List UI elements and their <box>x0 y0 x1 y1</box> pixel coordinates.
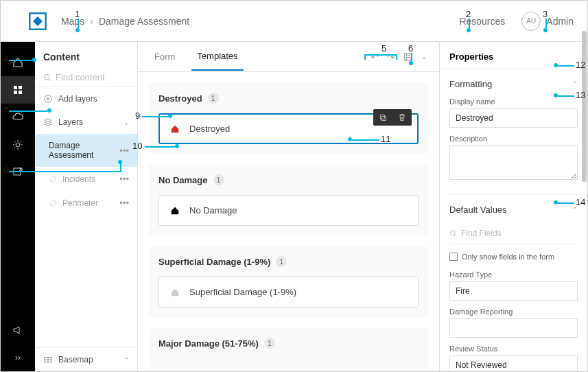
callout-4: 4 <box>3 54 8 65</box>
chevron-up-icon[interactable]: ⌃ <box>572 80 578 88</box>
template-item-nodamage[interactable]: No Damage <box>158 195 419 226</box>
svg-rect-20 <box>382 117 386 121</box>
fields-search[interactable] <box>449 223 578 244</box>
layers-header[interactable]: Layers ⌄ <box>35 111 137 134</box>
description-label: Description <box>449 135 578 143</box>
undo-icon[interactable]: ↶ <box>369 50 380 64</box>
svg-rect-2 <box>19 86 22 89</box>
breadcrumb-root[interactable]: Maps <box>61 16 84 27</box>
svg-rect-1 <box>14 86 17 89</box>
group-title-text: Superficial Damage (1-9%) <box>158 257 270 267</box>
group-count: 1 <box>208 93 219 104</box>
rail-announce[interactable] <box>1 316 35 344</box>
callout-3: 3 <box>543 9 548 19</box>
group-count: 1 <box>276 256 287 267</box>
svg-line-15 <box>51 201 55 205</box>
save-chevron-icon[interactable]: ⌄ <box>420 51 428 62</box>
more-icon[interactable]: ••• <box>119 198 129 208</box>
template-item-destroyed[interactable]: Destroyed <box>158 113 419 144</box>
layers-label: Layers <box>58 117 124 127</box>
tab-templates[interactable]: Templates <box>191 43 243 71</box>
app-logo <box>28 12 47 31</box>
svg-point-5 <box>16 143 20 147</box>
formatting-title: Formatting <box>449 79 492 89</box>
add-layers-button[interactable]: Add layers <box>35 87 137 111</box>
defaults-title: Default Values <box>449 205 507 215</box>
admin-label[interactable]: Admin <box>546 16 574 27</box>
callout-2: 2 <box>466 9 471 19</box>
nav-rail: ›› <box>1 42 35 371</box>
delete-icon[interactable] <box>392 109 412 126</box>
callout-12: 12 <box>576 60 585 70</box>
content-panel: Content Add layers Layers ⌄ Damage Asses… <box>35 42 138 371</box>
checkbox-icon[interactable] <box>449 253 458 261</box>
layer-item-label: Incidents <box>62 174 119 184</box>
svg-point-7 <box>44 74 49 79</box>
rail-layers[interactable] <box>1 76 35 104</box>
toolbar: ↶ ↷ ⌄ <box>369 50 428 64</box>
house-icon <box>170 288 180 297</box>
chevron-down-icon: ⌄ <box>124 119 129 126</box>
more-icon[interactable]: ••• <box>119 174 129 184</box>
review-status-input[interactable] <box>449 356 578 371</box>
duplicate-icon[interactable] <box>373 109 392 126</box>
callout-10: 10 <box>132 141 142 151</box>
defaults-section: Default Values ⌃ Only show fields in the… <box>449 194 578 371</box>
callout-14: 14 <box>576 197 585 207</box>
field-label: Review Status <box>449 345 578 353</box>
group-title: Superficial Damage (1-9%) 1 <box>158 256 419 267</box>
damage-reporting-input[interactable] <box>449 318 578 338</box>
callout-6: 6 <box>408 43 413 54</box>
description-input[interactable] <box>449 146 578 180</box>
template-item-superficial[interactable]: Superficial Damage (1-9%) <box>158 277 419 307</box>
add-layers-label: Add layers <box>58 94 129 104</box>
tab-form[interactable]: Form <box>149 43 180 70</box>
display-name-input[interactable] <box>449 108 578 128</box>
group-count: 1 <box>213 174 224 185</box>
tabs: Form Templates ↶ ↷ ⌄ <box>138 42 439 72</box>
template-group-superficial: Superficial Damage (1-9%) 1 Superficial … <box>149 246 428 317</box>
layer-item-label: Damage Assessment <box>49 141 119 160</box>
scrollbar[interactable] <box>581 31 587 326</box>
chevron-right-icon: › <box>90 16 93 27</box>
templates-list: Destroyed 1 Destroyed No Damage 1 <box>138 72 439 371</box>
house-icon <box>170 206 180 216</box>
house-icon <box>170 124 180 134</box>
rail-collapse[interactable]: ›› <box>1 344 35 371</box>
properties-panel: Properties Formatting ⌃ Display name Des… <box>440 42 587 371</box>
more-icon[interactable]: ••• <box>119 146 129 156</box>
group-title-text: Major Damage (51-75%) <box>158 338 259 349</box>
group-title: No Damage 1 <box>158 174 419 185</box>
top-bar: Maps › Damage Assessment Resources AU Ad… <box>1 1 587 42</box>
template-group-major: Major Damage (51-75%) 1 <box>149 328 428 368</box>
breadcrumb-current: Damage Assessment <box>99 16 189 27</box>
svg-line-8 <box>49 79 50 80</box>
hazard-type-input[interactable] <box>449 281 578 301</box>
callout-11: 11 <box>381 134 390 144</box>
formatting-section: Formatting ⌃ Display name Description <box>449 69 578 189</box>
template-group-nodamage: No Damage 1 No Damage <box>149 165 428 235</box>
svg-line-13 <box>51 177 55 181</box>
layer-item-perimeter[interactable]: Perimeter ••• <box>35 191 137 215</box>
fields-search-input[interactable] <box>461 229 578 238</box>
only-form-label: Only show fields in the form <box>462 253 554 261</box>
svg-line-22 <box>455 235 456 236</box>
redo-icon[interactable]: ↷ <box>386 50 397 64</box>
field-label: Damage Reporting <box>449 307 578 316</box>
only-form-checkbox[interactable]: Only show fields in the form <box>449 253 578 261</box>
template-item-label: Destroyed <box>189 124 230 134</box>
search-input[interactable] <box>56 72 129 82</box>
rail-settings[interactable] <box>1 131 35 159</box>
template-actions <box>373 109 412 126</box>
avatar[interactable]: AU <box>521 12 541 31</box>
callout-5: 5 <box>381 43 386 54</box>
template-item-label: No Damage <box>189 205 237 216</box>
group-count: 1 <box>264 338 275 349</box>
group-title: Major Damage (51-75%) 1 <box>158 338 419 349</box>
svg-rect-4 <box>19 91 22 94</box>
basemap-row[interactable]: Basemap ⌃ <box>35 348 137 371</box>
breadcrumb: Maps › Damage Assessment <box>61 16 459 27</box>
group-title: Destroyed 1 <box>158 93 419 104</box>
field-label: Hazard Type <box>449 270 578 279</box>
content-search[interactable] <box>35 68 137 87</box>
